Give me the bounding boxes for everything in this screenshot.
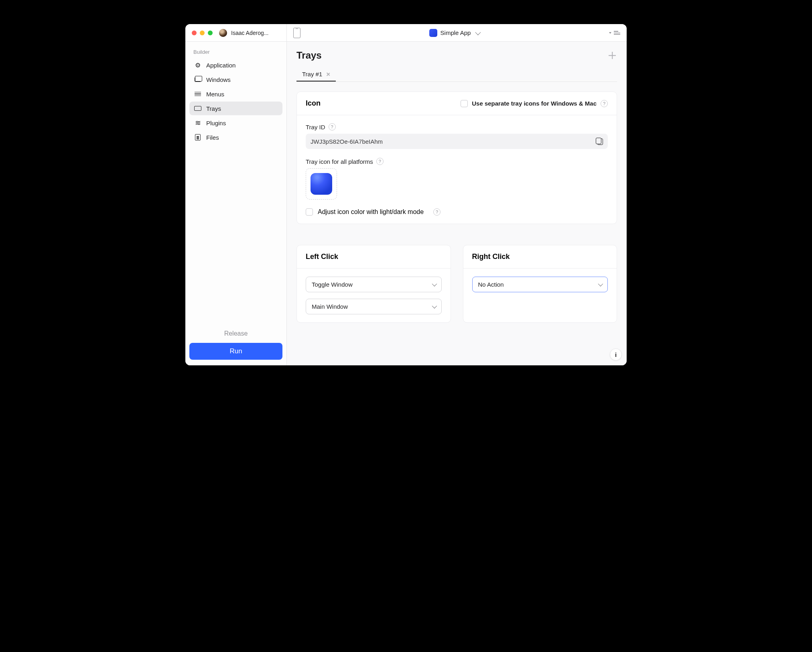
- sidebar-item-plugins[interactable]: Plugins: [189, 116, 282, 130]
- menus-icon: [194, 90, 201, 98]
- titlebar: Isaac Aderog... Simple App: [185, 24, 627, 42]
- trays-icon: [194, 105, 201, 112]
- chevron-down-icon: [432, 281, 437, 287]
- add-tray-button[interactable]: [607, 51, 617, 60]
- left-click-action-select[interactable]: Toggle Window: [306, 277, 442, 292]
- run-button[interactable]: Run: [189, 343, 282, 360]
- plugins-icon: [194, 119, 201, 126]
- files-icon: [194, 134, 201, 141]
- sidebar-item-menus[interactable]: Menus: [189, 87, 282, 101]
- sidebar-item-label: Menus: [206, 91, 224, 98]
- adjust-icon-checkbox[interactable]: [306, 208, 313, 216]
- tray-tabs: Tray #1: [296, 67, 617, 82]
- sidebar-item-label: Plugins: [206, 120, 226, 126]
- titlebar-right: [609, 31, 627, 35]
- zoom-window-button[interactable]: [208, 31, 213, 35]
- minimize-window-button[interactable]: [200, 31, 205, 35]
- release-button[interactable]: Release: [189, 330, 282, 337]
- device-icon[interactable]: [293, 28, 300, 38]
- tab-label: Tray #1: [302, 71, 322, 77]
- click-cards-row: Left Click Toggle Window Main Window: [296, 245, 617, 323]
- separate-icons-label: Use separate tray icons for Windows & Ma…: [472, 100, 597, 107]
- separate-icons-row: Use separate tray icons for Windows & Ma…: [461, 100, 608, 107]
- chevron-down-icon: [598, 281, 603, 287]
- copy-icon[interactable]: [596, 138, 603, 145]
- traffic-lights: [192, 31, 213, 35]
- close-tab-icon[interactable]: [326, 72, 330, 76]
- app-switcher[interactable]: Simple App: [429, 29, 480, 37]
- left-click-card: Left Click Toggle Window Main Window: [296, 245, 451, 323]
- sidebar-nav: Application Windows Menus Trays Plugins: [189, 58, 282, 144]
- dropdown-icon[interactable]: [609, 32, 611, 34]
- right-click-action-select[interactable]: No Action: [472, 277, 608, 292]
- tray-id-group: Tray ID ? JWJ3pS82Oe-6IA7beIAhm: [306, 123, 608, 149]
- main: Trays Tray #1 Icon Use sep: [287, 42, 627, 365]
- select-value: Toggle Window: [312, 281, 353, 288]
- chevron-down-icon: [475, 29, 481, 35]
- list-icon[interactable]: [614, 31, 620, 35]
- help-icon[interactable]: ?: [433, 208, 441, 216]
- tray-icon-preview: [311, 173, 332, 195]
- help-icon[interactable]: ?: [601, 100, 608, 107]
- windows-icon: [194, 76, 201, 83]
- titlebar-left: Isaac Aderog...: [185, 24, 287, 41]
- sidebar-section-title: Builder: [189, 47, 282, 58]
- adjust-icon-row: Adjust icon color with light/dark mode ?: [306, 208, 608, 216]
- tab-tray-1[interactable]: Tray #1: [296, 67, 336, 82]
- page-title: Trays: [296, 50, 322, 61]
- sidebar-item-label: Application: [206, 62, 235, 69]
- sidebar-item-files[interactable]: Files: [189, 130, 282, 144]
- gear-icon: [194, 61, 201, 69]
- sidebar: Builder Application Windows Menus Trays: [185, 42, 287, 365]
- sidebar-item-label: Windows: [206, 76, 231, 83]
- sidebar-item-application[interactable]: Application: [189, 58, 282, 72]
- tray-id-value: JWJ3pS82Oe-6IA7beIAhm: [311, 138, 383, 145]
- tray-id-label: Tray ID: [306, 124, 325, 130]
- right-click-title: Right Click: [463, 245, 617, 269]
- app-window: Isaac Aderog... Simple App Builder Appli…: [185, 24, 627, 365]
- avatar[interactable]: [219, 29, 227, 37]
- tray-icon-label: Tray icon for all platforms: [306, 158, 373, 165]
- titlebar-center: Simple App: [287, 28, 609, 38]
- app-name: Simple App: [441, 29, 471, 36]
- chevron-down-icon: [432, 304, 437, 309]
- tray-id-field: JWJ3pS82Oe-6IA7beIAhm: [306, 134, 608, 149]
- sidebar-item-trays[interactable]: Trays: [189, 102, 282, 115]
- tray-icon-well[interactable]: [306, 168, 337, 200]
- info-button[interactable]: i: [610, 348, 622, 361]
- user-name: Isaac Aderog...: [231, 30, 268, 36]
- help-icon[interactable]: ?: [329, 123, 336, 130]
- sidebar-item-label: Files: [206, 134, 219, 141]
- select-value: No Action: [478, 281, 504, 288]
- left-click-window-select[interactable]: Main Window: [306, 299, 442, 314]
- sidebar-item-label: Trays: [206, 105, 221, 112]
- icon-card-body: Tray ID ? JWJ3pS82Oe-6IA7beIAhm Tray ico…: [297, 115, 617, 224]
- help-icon[interactable]: ?: [376, 158, 384, 165]
- body: Builder Application Windows Menus Trays: [185, 42, 627, 365]
- sidebar-item-windows[interactable]: Windows: [189, 73, 282, 86]
- adjust-icon-label: Adjust icon color with light/dark mode: [318, 208, 424, 216]
- icon-card-title: Icon: [306, 99, 321, 108]
- select-value: Main Window: [312, 303, 348, 310]
- main-scroll: Icon Use separate tray icons for Windows…: [287, 82, 627, 365]
- icon-card: Icon Use separate tray icons for Windows…: [296, 92, 617, 224]
- left-click-title: Left Click: [297, 245, 451, 269]
- close-window-button[interactable]: [192, 31, 197, 35]
- tray-icon-group: Tray icon for all platforms ?: [306, 158, 608, 200]
- app-icon: [429, 29, 437, 37]
- icon-card-header: Icon Use separate tray icons for Windows…: [297, 92, 617, 115]
- separate-icons-checkbox[interactable]: [461, 100, 468, 107]
- main-header: Trays Tray #1: [287, 42, 627, 82]
- right-click-card: Right Click No Action: [463, 245, 617, 323]
